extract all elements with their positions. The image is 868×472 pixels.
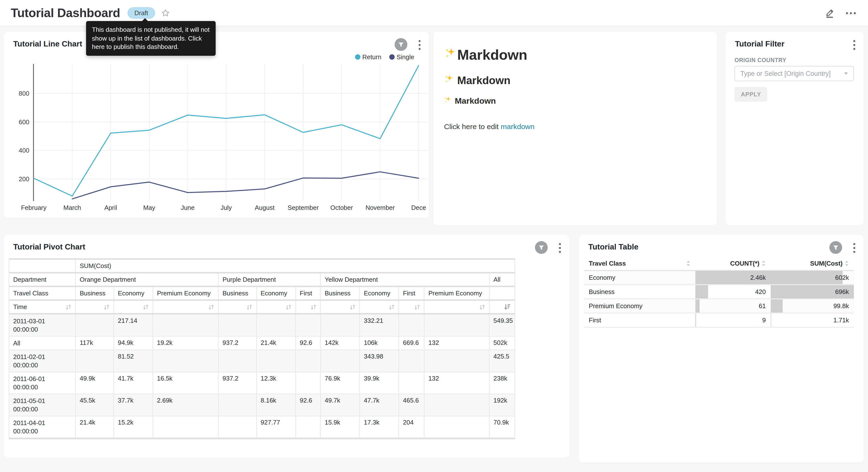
column-sorter-icon[interactable]	[762, 260, 766, 266]
pivot-cell: 41.7k	[114, 372, 153, 394]
table-row: Premium Economy6199.8k	[584, 299, 854, 313]
line-chart-canvas: 200400600800FebruaryMarchAprilMayJuneJul…	[4, 32, 429, 218]
col-header-travel-class[interactable]: Travel Class	[584, 256, 695, 270]
sort-icon[interactable]	[389, 304, 395, 310]
pivot-group-header: Orange Department	[75, 273, 218, 286]
sort-icon[interactable]	[104, 304, 110, 310]
table-title: Tutorial Table	[588, 243, 639, 252]
table-row: First91.71k	[584, 313, 854, 327]
pivot-cell	[218, 350, 256, 372]
pivot-cell: 37.7k	[114, 394, 153, 416]
pivot-cell	[256, 314, 296, 336]
sum-cell: 99.8k	[771, 299, 854, 313]
svg-text:Dece: Dece	[411, 204, 426, 211]
pivot-cell: 2.69k	[153, 394, 218, 416]
count-cell: 9	[695, 313, 771, 327]
col-header-count[interactable]: COUNT(*)	[695, 256, 771, 270]
pivot-row: 2011-03-01 00:00:00217.14332.21549.35	[9, 314, 515, 336]
svg-text:August: August	[255, 204, 275, 211]
markdown-card: Markdown Markdown Markdown Click here to…	[433, 32, 717, 225]
filter-card: Tutorial Filter ORIGIN COUNTRY Type or S…	[726, 32, 864, 225]
tooltip-text: This dashboard is not published, it will…	[92, 26, 210, 50]
sort-icon[interactable]	[414, 304, 420, 310]
pivot-cell	[256, 350, 296, 372]
sort-icon[interactable]	[246, 304, 252, 310]
pivot-cell: 12.3k	[256, 372, 296, 394]
markdown-h2-text: Markdown	[457, 74, 510, 87]
pivot-subcol-header: Premium Economy	[424, 286, 489, 300]
favorite-star-icon[interactable]	[161, 9, 170, 17]
pivot-cell: 47.7k	[360, 394, 399, 416]
pivot-sort-header	[256, 300, 296, 314]
column-sorter-icon[interactable]	[844, 260, 849, 266]
pivot-cell	[153, 350, 218, 372]
svg-text:March: March	[63, 204, 81, 211]
page-title: Tutorial Dashboard	[11, 6, 120, 20]
sort-icon[interactable]	[286, 304, 291, 310]
sort-icon[interactable]	[208, 304, 214, 310]
svg-text:800: 800	[19, 90, 29, 97]
origin-country-select[interactable]: Type or Select [Origin Country]	[735, 66, 854, 81]
pivot-sort-header	[399, 300, 424, 314]
pivot-row: 2011-05-01 00:00:0045.5k37.7k2.69k8.16k9…	[9, 394, 515, 416]
pivot-row: 2011-02-01 00:00:0081.52343.98425.5	[9, 350, 515, 372]
pivot-cell: 217.14	[114, 314, 153, 336]
count-cell: 420	[695, 285, 771, 299]
pivot-cell: 45.5k	[75, 394, 114, 416]
pivot-cell	[424, 350, 489, 372]
pivot-cell	[424, 314, 489, 336]
pivot-cell: 39.9k	[360, 372, 399, 394]
col-header-sum-cost[interactable]: SUM(Cost)	[771, 256, 854, 270]
edit-markdown-link[interactable]: markdown	[501, 122, 534, 130]
table-row: Business420696k	[584, 285, 854, 299]
pivot-cell: 142k	[320, 336, 360, 350]
pivot-sort-header	[360, 300, 399, 314]
filter-menu-icon[interactable]	[853, 39, 856, 51]
sort-icon[interactable]	[311, 304, 316, 310]
pivot-cell: 192k	[489, 394, 515, 416]
sort-desc-active-icon[interactable]	[504, 304, 510, 310]
pivot-sort-header	[153, 300, 218, 314]
pivot-table: SUM(Cost)DepartmentOrange DepartmentPurp…	[9, 258, 515, 439]
apply-button[interactable]: APPLY	[735, 87, 768, 102]
pivot-cell: 17.3k	[360, 416, 399, 439]
pivot-cell: 117k	[75, 336, 114, 350]
sort-icon[interactable]	[65, 304, 71, 310]
pivot-cell: 927.77	[256, 416, 296, 439]
pivot-cell: 15.9k	[320, 416, 360, 439]
origin-country-label: ORIGIN COUNTRY	[735, 57, 786, 63]
applied-filter-icon[interactable]	[535, 241, 548, 254]
applied-filter-icon[interactable]	[829, 241, 842, 254]
pivot-subcol-header	[489, 286, 515, 300]
pivot-cell: 21.4k	[256, 336, 296, 350]
pivot-cell: 106k	[360, 336, 399, 350]
pivot-cell	[296, 314, 320, 336]
pivot-cell	[399, 314, 424, 336]
draft-badge[interactable]: Draft	[127, 7, 155, 19]
pivot-row-label: 2011-04-01 00:00:00	[9, 416, 75, 439]
pivot-cell: 465.6	[399, 394, 424, 416]
more-options-icon[interactable]	[845, 11, 856, 14]
chart-menu-icon[interactable]	[853, 242, 856, 254]
pivot-subcol-header: Economy	[360, 286, 399, 300]
column-sorter-icon[interactable]	[686, 260, 690, 266]
chart-menu-icon[interactable]	[558, 242, 561, 254]
svg-text:400: 400	[19, 147, 29, 154]
pivot-cell	[296, 416, 320, 439]
pivot-cell	[153, 314, 218, 336]
pivot-subcol-header: Business	[75, 286, 114, 300]
sort-icon[interactable]	[350, 304, 355, 310]
table-card: Tutorial Table Travel ClassCOUNT(*)SUM(C…	[579, 235, 864, 462]
edit-dashboard-icon[interactable]	[825, 8, 835, 18]
pivot-sort-header	[218, 300, 256, 314]
sort-icon[interactable]	[143, 304, 149, 310]
svg-text:200: 200	[19, 175, 29, 183]
pivot-cell: 70.9k	[489, 416, 515, 439]
pivot-cell: 332.21	[360, 314, 399, 336]
svg-text:November: November	[366, 204, 395, 211]
sort-icon[interactable]	[479, 304, 485, 310]
pivot-cell: 425.5	[489, 350, 515, 372]
pivot-sort-header-all	[489, 300, 515, 314]
sparkles-icon	[444, 96, 452, 106]
pivot-cell: 19.2k	[153, 336, 218, 350]
